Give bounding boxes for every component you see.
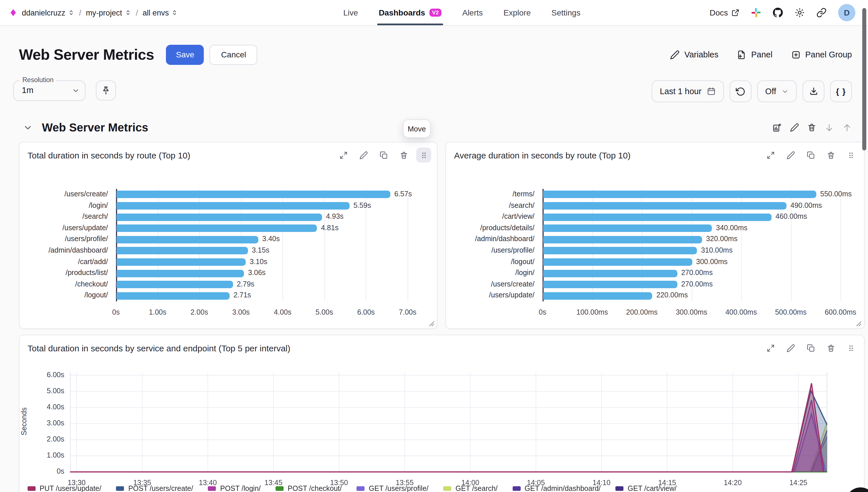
bar-category-label: /users/update/ — [20, 223, 108, 234]
legend-item[interactable]: GET /users/profile/ — [357, 485, 428, 492]
refresh-button[interactable] — [730, 80, 751, 102]
breadcrumb-project[interactable]: my-project — [86, 8, 131, 17]
resize-handle-icon[interactable] — [429, 321, 435, 327]
duplicate-panel-button[interactable] — [376, 148, 391, 163]
nav-item-alerts[interactable]: Alerts — [462, 0, 483, 25]
delete-panel-button[interactable] — [396, 148, 411, 163]
top-navigation-bar: ddanielcruzz / my-project / all envs Liv… — [0, 0, 868, 26]
slack-icon[interactable] — [751, 7, 761, 18]
pin-button[interactable] — [96, 80, 116, 100]
bar[interactable] — [543, 202, 787, 210]
edit-panel-button[interactable] — [783, 148, 798, 163]
series-area — [70, 430, 827, 472]
bar[interactable] — [117, 236, 258, 243]
legend-item[interactable]: POST /login/ — [208, 485, 261, 492]
drag-panel-handle[interactable] — [843, 340, 858, 355]
y-tick-label: 4.00s — [26, 403, 64, 411]
resolution-select[interactable]: Resolution 1m — [13, 80, 85, 101]
bar[interactable] — [543, 259, 692, 266]
cancel-button[interactable]: Cancel — [210, 45, 257, 65]
bar[interactable] — [117, 202, 349, 210]
github-icon[interactable] — [773, 7, 783, 18]
edit-panel-button[interactable] — [783, 340, 798, 355]
drag-handle-icon — [846, 344, 855, 352]
timeseries-plot[interactable] — [70, 372, 827, 473]
bar[interactable] — [543, 236, 702, 243]
docs-label: Docs — [710, 8, 728, 17]
theme-sun-icon[interactable] — [795, 7, 805, 18]
panel-header: Total duration in seconds by service and… — [28, 335, 858, 361]
bar[interactable] — [543, 191, 816, 198]
bar-value-label: 3.10s — [250, 256, 267, 268]
bar[interactable] — [543, 247, 697, 254]
bar[interactable] — [117, 281, 233, 288]
variables-button[interactable]: Variables — [670, 50, 718, 59]
bar-category-label: /cart/add/ — [20, 256, 108, 268]
bar[interactable] — [543, 213, 772, 221]
drag-panel-handle[interactable] — [416, 148, 431, 163]
legend-item[interactable]: POST /checkout/ — [276, 485, 342, 492]
bar-chart: 0s1.00s2.00s3.00s4.00s5.00s6.00s7.00s/us… — [20, 189, 437, 321]
add-chart-button[interactable] — [772, 123, 782, 132]
chart-plus-icon — [772, 123, 782, 132]
bar-category-label: /products/list/ — [20, 268, 108, 279]
breadcrumb-org[interactable]: ddanielcruzz — [22, 8, 75, 17]
x-tick-label: 2.00s — [178, 308, 220, 316]
duplicate-panel-button[interactable] — [803, 148, 818, 163]
docs-link[interactable]: Docs — [710, 8, 739, 17]
delete-panel-button[interactable] — [823, 148, 838, 163]
bar-value-label: 5.59s — [353, 200, 371, 211]
legend-item[interactable]: PUT /users/update/ — [28, 485, 101, 492]
edit-group-button[interactable] — [790, 123, 799, 132]
bar-value-label: 340.00ms — [716, 223, 747, 234]
bar[interactable] — [117, 259, 246, 266]
auto-refresh-select[interactable]: Off — [757, 80, 797, 102]
user-avatar[interactable]: D — [838, 4, 855, 21]
time-range-button[interactable]: Last 1 hour — [652, 80, 724, 102]
delete-panel-button[interactable] — [823, 340, 838, 355]
legend-item[interactable]: GET /admin/dashboard/ — [513, 485, 601, 492]
save-button[interactable]: Save — [166, 45, 204, 65]
expand-panel-button[interactable] — [336, 148, 351, 163]
nav-item-explore[interactable]: Explore — [503, 0, 531, 25]
resize-handle-icon[interactable] — [856, 321, 862, 327]
bar[interactable] — [117, 224, 317, 232]
bar[interactable] — [543, 270, 677, 277]
move-group-up-button[interactable] — [842, 123, 852, 132]
series-area — [70, 422, 827, 472]
breadcrumb-environment[interactable]: all envs — [143, 8, 178, 17]
add-panel-group-button[interactable]: Panel Group — [791, 50, 852, 59]
delete-group-button[interactable] — [807, 123, 816, 132]
collapse-chevron-icon[interactable] — [23, 123, 33, 132]
bar-value-label: 6.57s — [394, 189, 412, 200]
legend-item[interactable]: GET /cart/view/ — [616, 485, 676, 492]
duplicate-panel-button[interactable] — [803, 340, 818, 355]
download-button[interactable] — [802, 80, 824, 102]
nav-item-dashboards[interactable]: Dashboards V2 — [379, 0, 442, 25]
json-braces-button[interactable]: { } — [830, 80, 852, 102]
bar-value-label: 3.06s — [248, 268, 266, 279]
bar[interactable] — [543, 224, 712, 232]
bar[interactable] — [117, 247, 248, 254]
drag-panel-handle[interactable] — [843, 148, 858, 163]
dashboard-toolbar: Resolution 1m Last 1 hour Off { } — [13, 80, 852, 107]
move-group-down-button[interactable] — [824, 123, 834, 132]
legend-item[interactable]: POST /users/create/ — [116, 485, 193, 492]
edit-panel-button[interactable] — [356, 148, 371, 163]
vertical-scrollbar-thumb[interactable] — [862, 8, 866, 150]
legend-item[interactable]: GET /search/ — [444, 485, 498, 492]
bar[interactable] — [117, 213, 322, 221]
expand-panel-button[interactable] — [763, 340, 778, 355]
expand-panel-button[interactable] — [763, 148, 778, 163]
bar[interactable] — [117, 191, 390, 198]
add-panel-button[interactable]: Panel — [737, 50, 772, 59]
v2-badge: V2 — [429, 9, 442, 17]
bar[interactable] — [543, 281, 677, 288]
bar[interactable] — [117, 270, 244, 277]
nav-item-settings[interactable]: Settings — [551, 0, 580, 25]
share-link-icon[interactable] — [816, 7, 827, 18]
nav-item-live[interactable]: Live — [343, 0, 358, 25]
bar[interactable] — [543, 292, 652, 299]
nav-label: Live — [343, 8, 358, 17]
bar[interactable] — [117, 292, 229, 299]
